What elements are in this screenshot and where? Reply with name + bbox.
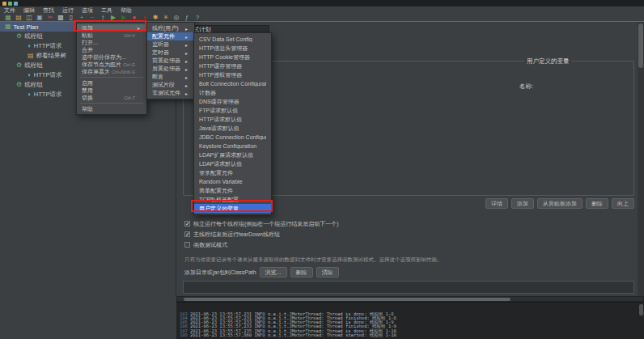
menubar-item[interactable]: 查找 [39,6,58,14]
context-menu-item[interactable]: 保存屏幕为图片 Ctrl+Shift-G [77,68,146,75]
add-submenu-item[interactable]: 测试片段 [147,81,194,89]
delete-button[interactable]: 删除 [586,198,608,209]
add-submenu-item[interactable]: 线程(用户) [147,24,194,32]
config-element-item[interactable]: HTTP请求默认值 [194,115,271,124]
new-plan-icon[interactable]: ▦ [4,15,12,21]
context-menu-item[interactable] [80,103,143,104]
shutdown-icon[interactable]: ● [141,15,149,21]
tree-item-label: HTTP请求 [34,42,62,50]
config-element-item[interactable]: 计数器 [194,88,271,97]
context-menu-item[interactable]: 选中部分保存为... [77,53,146,61]
checkbox-box[interactable] [184,221,190,227]
add-submenu-item[interactable]: 前置处理器 [147,57,194,65]
config-element-item[interactable]: Java请求默认值 [194,124,271,133]
config-element-item[interactable]: Random Variable [194,177,271,186]
expand-all-icon[interactable]: + [78,15,86,21]
context-menu-item[interactable]: 添加 [77,24,146,32]
log-lines: 1032021-06-23 13:55:57,231 INFO o.a.j.t.… [180,312,636,337]
config-element-item[interactable]: Bolt Connection Configuration [194,79,271,88]
help-icon[interactable]: ? [193,15,201,21]
up-button[interactable]: 向上 [612,198,634,209]
paste-icon[interactable]: ▯ [67,15,75,21]
browse-button[interactable]: 浏览... [260,267,287,278]
add-submenu-item[interactable]: 配置元件 [147,32,194,40]
menubar-item[interactable]: 编辑 [19,6,39,14]
config-element-item[interactable]: DNS缓存管理器 [194,97,271,106]
udv-name-column-label: 名称: [519,83,533,91]
collapse-all-icon[interactable]: − [88,15,96,21]
context-menu-item[interactable]: 合并 [77,46,146,53]
copy-icon[interactable]: ▩ [57,15,65,21]
menubar-item[interactable]: 帮助 [117,6,136,14]
log-vertical-scrollbar-thumb[interactable] [639,304,643,316]
config-element-item[interactable]: FTP请求默认值 [194,106,271,115]
context-menu-item[interactable]: 粘贴 Ctrl-V [77,32,146,39]
context-menu-item[interactable]: 切换 Ctrl-T [77,94,146,101]
menubar-item[interactable]: 工具 [97,6,117,14]
menubar-item[interactable]: 运行 [58,6,78,14]
context-menu-item[interactable] [80,77,143,78]
classpath-label: 添加目录或jar包到ClassPath [184,269,256,277]
add-submenu-item[interactable]: 定时器 [147,49,194,57]
config-element-item[interactable]: HTTP缓存管理器 [194,61,271,70]
stop-icon[interactable]: ● [130,15,138,21]
classpath-jar-table[interactable] [183,281,634,294]
run-teardown-checkbox[interactable]: 主线程结束后运行tearDown线程组 [184,231,339,238]
add-submenu-item[interactable]: 非测试元件 [147,89,194,97]
clear-icon[interactable]: ✱ [151,15,159,21]
templates-icon[interactable]: ▤ [15,15,23,21]
clear-all-icon[interactable]: ✳ [162,15,170,21]
search-icon[interactable]: ◎ [172,15,180,21]
tree-item-label: 察看结果树 [36,52,67,60]
config-element-item[interactable]: HTTP信息头管理器 [194,44,271,53]
toggle-icon[interactable]: ↕ [99,15,107,21]
open-file-icon[interactable]: ◫ [25,15,33,21]
delete-jar-button[interactable]: 删除 [290,267,313,278]
clear-jar-button[interactable]: 清除 [316,267,339,278]
menubar-item[interactable]: 文件 [0,6,19,14]
log-horizontal-scrollbar-thumb[interactable] [184,298,511,301]
context-menu-item[interactable]: 帮助 [77,105,146,112]
classpath-buttons: 浏览... 删除 清除 [260,267,339,278]
log-panel[interactable]: 1032021-06-23 13:55:57,231 INFO o.a.j.t.… [176,302,644,339]
add-submenu-item[interactable]: 后置处理器 [147,65,194,73]
log-horizontal-scrollbar[interactable] [176,296,644,302]
context-menu-item[interactable]: 禁用 [77,87,146,94]
config-element-item[interactable]: 登录配置元件 [194,168,271,177]
main-vertical-scrollbar-thumb[interactable] [638,23,643,68]
log-line: 1082021-06-23 13:55:57,860 INFO o.a.j.t.… [180,333,636,337]
config-element-item[interactable]: LDAP扩展请求默认值 [194,150,271,159]
start-no-pauses-icon[interactable]: ▶ [120,15,128,21]
config-element-item[interactable]: Keystore Configuration [194,142,271,150]
config-element-item[interactable]: TCP取样器配置 [194,195,271,204]
add-from-clipboard-button[interactable]: 从剪贴板添加 [537,198,583,209]
add-submenu-item[interactable]: 监听器 [147,40,194,49]
function-helper-icon[interactable]: ƒ [183,15,191,21]
context-menu-item[interactable]: 启用 [77,79,146,87]
start-icon[interactable]: ▶ [109,15,117,21]
functional-mode-checkbox[interactable]: 函数测试模式 [184,241,339,248]
config-element-item[interactable]: HTTP Cookie管理器 [194,53,271,61]
add-submenu-item[interactable]: 断言 [147,73,194,81]
checkbox-box[interactable] [184,231,190,237]
run-threadgroups-consecutively-checkbox[interactable]: 独立运行每个线程组(例如在一个组运行结束后启动下一个) [184,220,339,227]
menubar-item[interactable]: 选项 [78,6,97,14]
tree-item-label: 线程组 [24,81,43,89]
context-menu-item[interactable]: 保存节点为图片 Ctrl-G [77,61,146,68]
submenu-arrow-icon [185,91,189,96]
checkbox-box[interactable] [184,242,190,248]
main-vertical-scrollbar[interactable] [638,22,644,296]
thread-group-icon: ⚙ [16,33,22,40]
config-element-item[interactable]: 简单配置元件 [194,186,271,195]
thread-group-icon: ⚙ [16,82,22,88]
cut-icon[interactable]: ✂ [46,15,54,21]
config-element-item[interactable]: CSV Data Set Config [194,35,271,44]
detail-button[interactable]: 详情 [485,198,508,209]
config-element-item[interactable]: 用户定义的变量 [194,204,271,213]
save-icon[interactable]: ▣ [36,15,44,21]
config-element-item[interactable]: JDBC Connection Configuration [194,133,271,142]
add-button[interactable]: 添加 [511,198,534,209]
config-element-item[interactable]: HTTP授权管理器 [194,70,271,79]
context-menu-item[interactable]: 打开... [77,39,146,46]
config-element-item[interactable]: LDAP请求默认值 [194,159,271,168]
